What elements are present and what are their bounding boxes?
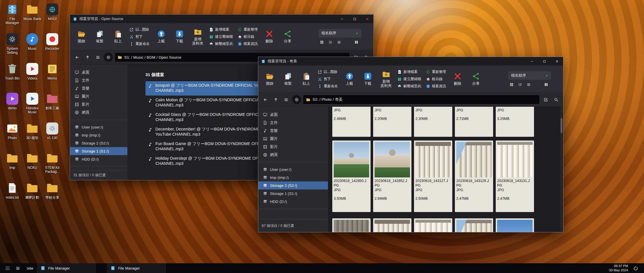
upload-button[interactable]: 上載 bbox=[153, 25, 169, 49]
power-button[interactable] bbox=[632, 264, 639, 272]
new-file-button[interactable]: 新增檔案 bbox=[208, 27, 234, 32]
desktop-icon-maker-factory[interactable]: 創客工廠 bbox=[42, 92, 62, 122]
photo-tile[interactable]: ….JPGJPG2.20MB bbox=[373, 107, 411, 137]
sidebar-item-music[interactable]: 音樂 bbox=[258, 127, 328, 135]
sidebar-item-pictures[interactable]: 圖片 bbox=[258, 135, 328, 143]
columns-view-icon[interactable] bbox=[354, 40, 359, 44]
photo-tile[interactable]: 20230618_143129.JPGJPG2.47MB bbox=[455, 141, 493, 212]
file-info-button[interactable]: 檔案資訊 bbox=[237, 41, 259, 47]
sidebar-item-web[interactable]: 網頁 bbox=[258, 151, 328, 159]
maximize-button[interactable] bbox=[538, 57, 551, 66]
sort-order-dropdown[interactable]: 檔名順序 bbox=[319, 29, 361, 37]
taskbar-menu-icon[interactable] bbox=[13, 263, 23, 273]
paste-button[interactable]: 貼上 bbox=[298, 67, 314, 91]
photo-tile[interactable]: 20230618_143127.JPGJPG2.50MB bbox=[414, 141, 452, 212]
desktop-icon-photo[interactable]: Photo bbox=[2, 122, 22, 152]
scrollbar-thumb[interactable] bbox=[561, 118, 562, 133]
desktop-icon-trash-bin[interactable]: Trash Bin bbox=[2, 62, 22, 92]
photo-tile[interactable] bbox=[455, 218, 493, 232]
sidebar-item-storage2[interactable]: Storage 2 (S2:/) bbox=[258, 181, 328, 189]
grid-view-icon[interactable] bbox=[320, 40, 324, 44]
file-info-button[interactable]: 檔案資訊 bbox=[425, 84, 447, 89]
settings-button[interactable] bbox=[104, 53, 113, 62]
close-button[interactable] bbox=[551, 57, 563, 66]
scrollbar-track[interactable] bbox=[560, 107, 563, 232]
photo-tile[interactable]: ….JPGJPG3.25MB bbox=[496, 107, 534, 137]
photo-tile[interactable]: 20230618_143131.JPGJPG2.47MB bbox=[496, 141, 534, 212]
list-view-icon[interactable] bbox=[518, 82, 522, 87]
sidebar-item-tmp-drive[interactable]: tmp (tmp:/) bbox=[258, 173, 328, 181]
photo-tile[interactable]: ….JPGJPG2.71MB bbox=[455, 107, 493, 137]
desktop-icon-music-bank[interactable]: Music Bank bbox=[22, 3, 42, 33]
create-archive-button[interactable]: 建立壓縮檔 bbox=[396, 76, 423, 82]
refresh-button[interactable]: 重新整理 bbox=[425, 69, 447, 75]
desktop-icon-3d-models[interactable]: 3D 模型 bbox=[22, 122, 42, 152]
refresh-button[interactable]: 重新整理 bbox=[237, 27, 259, 32]
desktop-icon-magi[interactable]: MAGI bbox=[42, 3, 62, 33]
sort-order-dropdown[interactable]: 檔名順序 bbox=[508, 71, 551, 80]
title-bar[interactable]: 檔案管理員 - 奇美 bbox=[258, 57, 563, 66]
photo-tile[interactable] bbox=[373, 218, 411, 232]
download-button[interactable]: 下載 bbox=[171, 25, 187, 49]
columns-view-icon[interactable] bbox=[544, 82, 548, 87]
taskbar-app-file-manager-1[interactable]: File Manager bbox=[37, 263, 96, 273]
sidebar-item-user-drive[interactable]: User (user:/) bbox=[70, 123, 127, 131]
photo-tile[interactable]: 20230618_142852.JPGJPG2.94MB bbox=[373, 141, 411, 212]
copy-button[interactable]: 複製 bbox=[280, 67, 296, 91]
sidebar-item-videos[interactable]: 影片 bbox=[258, 143, 328, 151]
extract-here-button[interactable]: 解壓縮至此 bbox=[396, 84, 423, 89]
minimize-button[interactable] bbox=[336, 15, 348, 23]
photo-tile[interactable]: ….JPGJPG2.30MB bbox=[414, 107, 452, 137]
desktop-icon-tmp[interactable]: tmp bbox=[2, 152, 22, 181]
paste-button[interactable]: 貼上 bbox=[110, 25, 126, 49]
photo-tile[interactable]: ….JPGJPG2.48MB bbox=[332, 107, 371, 137]
download-button[interactable]: 下載 bbox=[360, 67, 376, 91]
menu-button[interactable] bbox=[282, 95, 290, 104]
sidebar-item-documents[interactable]: 文件 bbox=[70, 76, 127, 84]
sidebar-item-music[interactable]: 音樂 bbox=[70, 84, 127, 92]
desktop-icon-notes-txt[interactable]: notes.txt bbox=[2, 181, 22, 211]
desktop-icon-school-share[interactable]: 學校分享 bbox=[42, 181, 62, 211]
desktop-icon-system-setting[interactable]: System Setting bbox=[2, 33, 22, 62]
settings-button[interactable] bbox=[292, 95, 301, 104]
delete-button[interactable]: 刪除 bbox=[450, 67, 466, 91]
sidebar-item-desktop[interactable]: 桌面 bbox=[70, 68, 127, 76]
minimize-button[interactable] bbox=[525, 57, 538, 66]
sidebar-item-storage2[interactable]: Storage 2 (S2:/) bbox=[70, 139, 127, 147]
close-button[interactable] bbox=[361, 15, 373, 23]
new-folder-button[interactable]: 新增 資料夾 bbox=[190, 25, 206, 49]
extract-here-button[interactable]: 解壓縮至此 bbox=[208, 41, 234, 47]
photo-tile[interactable]: 20230618_142850.JPGJPG3.50MB bbox=[332, 141, 371, 212]
cut-button[interactable]: 剪下 bbox=[317, 76, 339, 82]
desktop-icon-holodex-music[interactable]: Holodex Music bbox=[22, 92, 42, 122]
root-button[interactable]: 根目錄 bbox=[425, 76, 447, 82]
new-folder-button[interactable]: 新增 資料夾 bbox=[378, 67, 394, 91]
sidebar-item-user-drive[interactable]: User (user:/) bbox=[258, 165, 328, 173]
desktop-icon-file-manager[interactable]: File Manager bbox=[2, 3, 22, 33]
grid-view-icon[interactable] bbox=[509, 82, 514, 87]
upload-button[interactable]: 上載 bbox=[341, 67, 357, 91]
back-button[interactable] bbox=[73, 53, 81, 62]
desktop-icon-v1130[interactable]: v1.130 bbox=[42, 122, 62, 152]
photo-tile[interactable] bbox=[496, 218, 534, 232]
share-button[interactable]: 分享 bbox=[468, 67, 484, 91]
edit-path-button[interactable] bbox=[541, 95, 550, 104]
share-button[interactable]: 分享 bbox=[280, 25, 296, 49]
open-button[interactable]: 開啟 bbox=[262, 67, 278, 91]
compact-view-icon[interactable] bbox=[527, 82, 531, 87]
desktop-icon-dream-plan[interactable]: 圓夢計劃 bbox=[22, 181, 42, 211]
up-button[interactable] bbox=[271, 95, 280, 104]
desktop-icon-stem-kit[interactable]: STEM Kit Packag... bbox=[42, 152, 62, 181]
sidebar-item-tmp-drive[interactable]: tmp (tmp:/) bbox=[70, 131, 127, 139]
path-bar[interactable]: S2: / Photo / 奇美 bbox=[303, 95, 540, 104]
desktop-icon-ncku[interactable]: NCKU bbox=[22, 152, 42, 181]
input-method-indicator[interactable]: ixtw bbox=[23, 266, 37, 270]
rename-button[interactable]: 重新命名 bbox=[317, 84, 339, 89]
sidebar-item-storage1[interactable]: Storage 1 (S1:/) bbox=[70, 147, 127, 155]
copy-button[interactable]: 複製 bbox=[92, 25, 108, 49]
desktop-icon-videra[interactable]: Videra bbox=[22, 62, 42, 92]
new-file-button[interactable]: 新增檔案 bbox=[396, 69, 423, 75]
search-button[interactable] bbox=[552, 95, 560, 104]
open-button[interactable]: 開啟 bbox=[73, 25, 89, 49]
launcher-grid-icon[interactable] bbox=[2, 263, 13, 273]
